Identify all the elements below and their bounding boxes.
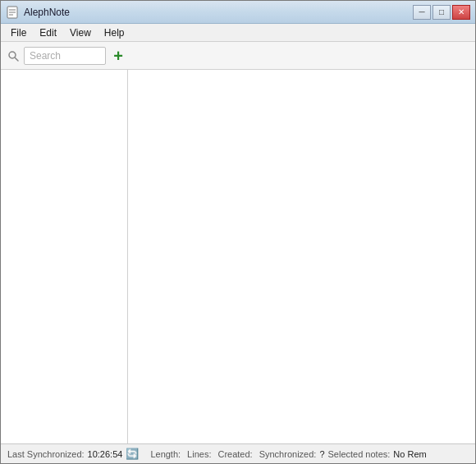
window-title: AlephNote — [24, 7, 70, 18]
add-note-button[interactable]: + — [109, 47, 127, 65]
note-editor[interactable] — [128, 70, 475, 443]
menu-edit[interactable]: Edit — [33, 25, 63, 40]
minimize-button[interactable]: ─ — [413, 5, 431, 20]
menu-bar: File Edit View Help — [1, 24, 475, 42]
synchronized-value: ? — [319, 449, 324, 459]
toolbar: + — [1, 42, 475, 70]
svg-point-4 — [9, 52, 16, 58]
main-window: AlephNote ─ □ ✕ File Edit View Help + La… — [0, 0, 476, 464]
maximize-button[interactable]: □ — [433, 5, 451, 20]
menu-help[interactable]: Help — [98, 25, 131, 40]
length-label: Length: — [150, 449, 181, 459]
close-button[interactable]: ✕ — [452, 5, 470, 20]
svg-line-5 — [16, 57, 19, 61]
synchronized-label: Synchronized: — [259, 449, 317, 459]
window-controls: ─ □ ✕ — [413, 5, 470, 20]
selected-notes-label: Selected notes: — [328, 449, 391, 459]
lines-label: Lines: — [187, 449, 211, 459]
menu-view[interactable]: View — [63, 25, 98, 40]
search-icon — [6, 48, 21, 63]
search-input[interactable] — [24, 47, 106, 65]
title-bar-left: AlephNote — [6, 6, 70, 19]
title-bar: AlephNote ─ □ ✕ — [1, 1, 475, 24]
sync-icon[interactable]: 🔄 — [126, 448, 139, 460]
main-area — [1, 70, 475, 443]
last-sync-label: Last Synchronized: — [7, 449, 85, 459]
last-sync-time: 10:26:54 — [88, 449, 123, 459]
app-icon — [6, 6, 19, 19]
menu-file[interactable]: File — [4, 25, 33, 40]
notes-sidebar[interactable] — [1, 70, 128, 443]
status-bar: Last Synchronized: 10:26:54 🔄 Length: Li… — [1, 443, 475, 463]
selected-notes-value: No Rem — [393, 449, 426, 459]
created-label: Created: — [217, 449, 252, 459]
